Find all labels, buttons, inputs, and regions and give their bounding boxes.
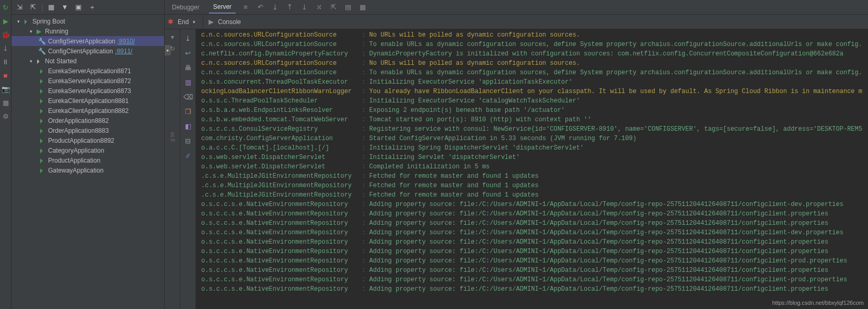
log-line: o.s.web.servlet.DispatcherServlet : Comp… (201, 162, 868, 171)
log-line: c.n.c.sources.URLConfigurationSource : T… (201, 40, 868, 49)
tree-app: OrderApplication8882 (48, 117, 109, 124)
log-line: .c.s.e.MultipleJGitEnvironmentRepository… (201, 190, 868, 200)
group-icon[interactable]: ▦ (47, 3, 56, 12)
run-icon[interactable]: ▶ (2, 17, 10, 25)
tree-row[interactable]: ▾▶Running (11, 26, 164, 36)
tab-server[interactable]: Server (209, 1, 236, 14)
log-line: ockingLoadBalancerClientRibbonWarnLogger… (201, 87, 868, 96)
clear-icon[interactable]: ⌫ (183, 92, 193, 101)
watermark-text: https://blog.csdn.net/bbxylqf126com (772, 300, 864, 306)
log-line: o.s.c.c.s.e.NativeEnvironmentRepository … (201, 237, 868, 247)
tree-app: ConfigServerApplication (48, 38, 115, 45)
tree-app: EurekaServerApplication8873 (48, 87, 131, 95)
endpoints-panel-header[interactable]: ✱ End ▾ (165, 15, 203, 29)
download2-icon[interactable]: ⤓ (299, 3, 309, 11)
log-line: o.s.c.c.s.e.NativeEnvironmentRepository … (201, 284, 868, 294)
stop-icon[interactable]: ■ (2, 71, 10, 79)
diff-icon[interactable]: ⫽ (183, 151, 193, 160)
hamburger-icon[interactable]: ≡ (241, 3, 250, 11)
leaf-icon: ⏵ (38, 67, 46, 75)
exchange-icon[interactable]: ⤭ (314, 3, 323, 11)
tree-row[interactable]: ⏵EurekaServerApplication8871 (11, 66, 164, 76)
tree-row[interactable]: ⏵CategoryApplication (11, 145, 164, 155)
endpoints-label: End (178, 18, 189, 26)
tree-row[interactable]: ⏵OrderApplication8882 (11, 116, 164, 125)
tree-row[interactable]: 🔧ConfigServerApplication:8910/ (11, 36, 164, 46)
tree-row[interactable]: ⏵EurekaServerApplication8873 (11, 86, 164, 96)
log-line: .c.s.e.MultipleJGitEnvironmentRepository… (201, 181, 868, 190)
filter-icon[interactable]: ▼ (60, 3, 70, 12)
log-line: o.s.c.c.s.e.NativeEnvironmentRepository … (201, 266, 868, 275)
log-line: c.n.c.sources.URLConfigurationSource : T… (201, 68, 868, 77)
grid2-icon[interactable]: ▦ (358, 3, 367, 11)
separator (42, 3, 42, 12)
tree-row[interactable]: ⏵EurekaClientApplication8882 (11, 106, 164, 116)
scroll-to-end-icon[interactable]: ⤓ (183, 33, 193, 43)
analytics-icon[interactable]: ▥ (183, 77, 193, 87)
log-line: o.s.c.c.s.ConsulServiceRegistry : Regist… (201, 124, 868, 134)
log-line: c.netflix.config.DynamicPropertyFactory … (201, 49, 868, 59)
grid-icon[interactable]: ▤ (343, 3, 353, 11)
tree-app: ProductApplication (48, 157, 100, 164)
tree-app: CategoryApplication (48, 147, 104, 154)
copy-icon[interactable]: ❐ (183, 107, 193, 116)
upload-icon[interactable]: ⤒ (285, 3, 294, 11)
open-run-config-icon[interactable]: ▣ (74, 3, 83, 12)
log-line: o.s.b.w.embedded.tomcat.TomcatWebServer … (201, 115, 868, 124)
tree-row[interactable]: ⏵GatewayApplication (11, 165, 164, 175)
camera-icon[interactable]: 📷 (2, 85, 10, 93)
collapse-all-icon[interactable]: ⇱ (28, 3, 38, 12)
console-tool-column: ⤓ ↩ 🖶 ▥ ⌫ ❐ ◧ ⊟ ⫽ (180, 29, 196, 309)
dashboard-toolbar: ⇲ ⇱ ▦ ▼ ▣ ＋ (11, 0, 164, 15)
console-tab[interactable]: ▶ Console (203, 18, 241, 26)
soft-wrap-icon[interactable]: ↩ (183, 48, 193, 58)
dashboard-tree[interactable]: ▾⏵Spring Boot▾▶Running🔧ConfigServerAppli… (11, 15, 164, 309)
tree-root: Spring Boot (32, 18, 65, 25)
tree-row[interactable]: ⏵OrderApplication8883 (11, 125, 164, 135)
tree-app: EurekaClientApplication8882 (48, 107, 129, 115)
pause-icon[interactable]: ⏸ (2, 58, 10, 66)
tree-app: ProductApplication8892 (48, 137, 114, 144)
expand-all-icon[interactable]: ⇲ (15, 3, 24, 12)
leaf-icon: ⏵ (38, 127, 46, 134)
divider-icon[interactable]: ⊟ (183, 136, 193, 145)
filter-console-icon[interactable]: ◧ (183, 121, 193, 131)
tree-row[interactable]: ⏵ProductApplication8892 (11, 135, 164, 145)
tree-row[interactable]: ⏵EurekaServerApplication8872 (11, 76, 164, 86)
log-line: o.s.c.c.s.e.NativeEnvironmentRepository … (201, 219, 868, 228)
tab-debugger[interactable]: Debugger (168, 2, 204, 13)
step-icon[interactable]: ⤓ (2, 44, 10, 52)
rerun-icon[interactable]: ↻ (2, 3, 10, 12)
wrench-icon: 🔧 (38, 48, 46, 55)
hint-text: g se (169, 132, 175, 142)
settings-icon[interactable]: ⚙ (2, 112, 10, 120)
up-icon[interactable]: ↶ (256, 3, 265, 11)
tree-row[interactable]: 🔧ConfigClientApplication:8911/ (11, 46, 164, 56)
bug-icon: ✱ (168, 18, 173, 26)
log-line: o.s.c.c.s.e.NativeEnvironmentRepository … (201, 247, 868, 256)
log-line: o.a.c.c.C.[Tomcat].[localhost].[/] : Ini… (201, 143, 868, 153)
run-tab-row: Debugger Server ≡ ↶ ⤓ ⤒ ⤓ ⤭ ⇱ ▤ ▦ (165, 0, 868, 15)
leaf-icon: ⏵ (38, 117, 46, 124)
leaf-icon: ⏵ (38, 107, 46, 115)
tree-not-started: Not Started (45, 58, 77, 65)
export-icon[interactable]: ⇱ (329, 3, 338, 11)
endpoints-gutter: ▾ ↻ g se (165, 29, 180, 309)
log-line: .c.s.e.MultipleJGitEnvironmentRepository… (201, 171, 868, 181)
log-line: o.s.b.a.e.web.EndpointLinksResolver : Ex… (201, 106, 868, 115)
leaf-icon: ⏵ (38, 167, 46, 174)
add-icon[interactable]: ＋ (87, 3, 97, 12)
layout-icon[interactable]: ▦ (2, 98, 10, 107)
run-handle-icon[interactable]: ▸ (165, 45, 171, 55)
download-icon[interactable]: ⤓ (270, 3, 280, 11)
tree-row[interactable]: ▾⏵Spring Boot (11, 16, 164, 26)
tree-row[interactable]: ⏵ProductApplication (11, 155, 164, 165)
debug-icon[interactable]: 🐞 (2, 30, 10, 39)
console-output[interactable]: c.n.c.sources.URLConfigurationSource : N… (196, 29, 868, 309)
tree-row[interactable]: ⏵EurekaClientApplication8881 (11, 96, 164, 106)
tree-row[interactable]: ▾⏵Not Started (11, 56, 164, 66)
print-icon[interactable]: 🖶 (183, 63, 193, 72)
chevron-down-icon[interactable]: ▾ (168, 32, 177, 42)
log-line: o.s.s.concurrent.ThreadPoolTaskExecutor … (201, 77, 868, 87)
leaf-icon: ⏵ (38, 137, 46, 144)
